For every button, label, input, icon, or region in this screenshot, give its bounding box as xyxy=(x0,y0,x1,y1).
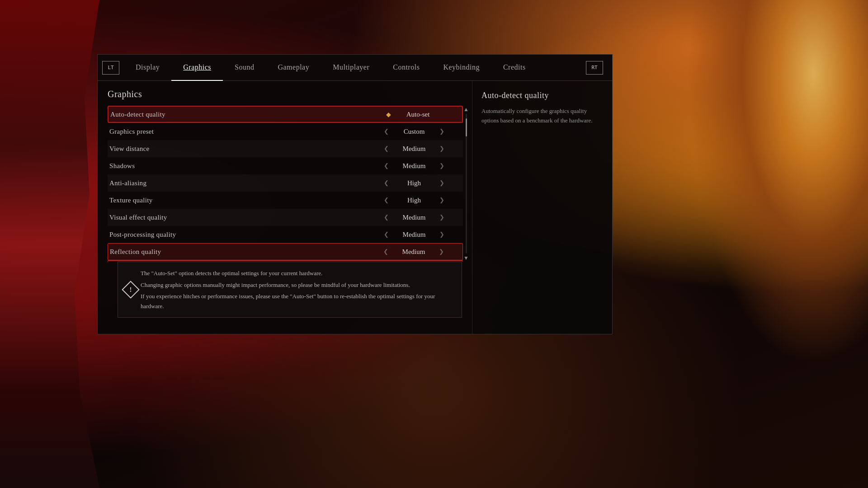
warning-box: ! The "Auto-Set" option detects the opti… xyxy=(118,262,462,318)
setting-value-area-anti-aliasing: ❮ High ❯ xyxy=(369,179,459,187)
setting-value-reflection: Medium xyxy=(391,248,436,256)
tab-multiplayer[interactable]: Multiplayer xyxy=(321,55,381,81)
description-title: Auto-detect quality xyxy=(481,91,603,100)
warning-line2: Changing graphic options manually might … xyxy=(141,280,454,290)
setting-row-view-distance[interactable]: View distance ❮ Medium ❯ xyxy=(108,140,463,157)
panel-title: Graphics xyxy=(108,89,472,99)
scroll-up-arrow[interactable]: ▲ xyxy=(463,107,469,112)
right-arrow-texture-quality[interactable]: ❯ xyxy=(439,197,444,204)
setting-value-auto-detect: Auto-set xyxy=(396,111,441,118)
tab-controls[interactable]: Controls xyxy=(381,55,431,81)
setting-value-area-auto-detect: ◆ Auto-set xyxy=(368,111,458,118)
left-arrow-texture-quality[interactable]: ❮ xyxy=(384,197,389,204)
content-area: Graphics Auto-detect quality ◆ Auto-set … xyxy=(98,81,612,334)
setting-value-area-graphics-preset: ❮ Custom ❯ xyxy=(369,128,459,136)
lt-trigger[interactable]: LT xyxy=(102,61,119,75)
tab-sound[interactable]: Sound xyxy=(223,55,266,81)
setting-name-view-distance: View distance xyxy=(109,145,369,153)
auto-set-icon: ◆ xyxy=(386,111,391,118)
setting-value-graphics-preset: Custom xyxy=(392,128,437,136)
setting-value-area-visual-effect: ❮ Medium ❯ xyxy=(369,214,459,221)
warning-line3: If you experience hitches or performance… xyxy=(141,291,454,311)
settings-list: Auto-detect quality ◆ Auto-set Graphics … xyxy=(108,106,463,262)
left-arrow-view-distance[interactable]: ❮ xyxy=(384,145,389,152)
setting-row-anti-aliasing[interactable]: Anti-aliasing ❮ High ❯ xyxy=(108,174,463,192)
setting-name-reflection: Reflection quality xyxy=(110,248,368,256)
setting-value-area-shadows: ❮ Medium ❯ xyxy=(369,162,459,170)
setting-row-graphics-preset[interactable]: Graphics preset ❮ Custom ❯ xyxy=(108,123,463,140)
nav-bar: LT Display Graphics Sound Gameplay Multi… xyxy=(98,55,612,81)
setting-value-visual-effect: Medium xyxy=(392,214,437,221)
left-arrow-post-processing[interactable]: ❮ xyxy=(384,231,389,238)
warning-line1: The "Auto-Set" option detects the optima… xyxy=(141,268,454,278)
right-arrow-post-processing[interactable]: ❯ xyxy=(439,231,444,238)
setting-row-reflection[interactable]: Reflection quality ❮ Medium ❯ xyxy=(108,243,463,260)
setting-row-post-processing[interactable]: Post-processing quality ❮ Medium ❯ xyxy=(108,226,463,243)
tab-keybinding[interactable]: Keybinding xyxy=(431,55,491,81)
setting-name-visual-effect: Visual effect quality xyxy=(109,214,369,221)
description-text: Automatically configure the graphics qua… xyxy=(481,107,603,126)
right-arrow-visual-effect[interactable]: ❯ xyxy=(439,214,444,221)
scrollbar[interactable]: ▲ ▼ xyxy=(463,106,469,262)
setting-value-area-reflection: ❮ Medium ❯ xyxy=(368,248,459,256)
setting-name-texture-quality: Texture quality xyxy=(109,197,369,204)
setting-value-texture-quality: High xyxy=(392,197,437,204)
bg-right-detail xyxy=(687,0,868,366)
left-arrow-reflection[interactable]: ❮ xyxy=(383,248,388,255)
setting-value-anti-aliasing: High xyxy=(392,179,437,187)
settings-panel: Graphics Auto-detect quality ◆ Auto-set … xyxy=(98,81,472,334)
tab-graphics[interactable]: Graphics xyxy=(171,55,223,81)
right-arrow-reflection[interactable]: ❯ xyxy=(439,248,444,255)
setting-value-area-texture-quality: ❮ High ❯ xyxy=(369,197,459,204)
settings-list-wrapper: Auto-detect quality ◆ Auto-set Graphics … xyxy=(108,106,472,262)
left-arrow-shadows[interactable]: ❮ xyxy=(384,162,389,169)
left-arrow-visual-effect[interactable]: ❮ xyxy=(384,214,389,221)
setting-row-texture-quality[interactable]: Texture quality ❮ High ❯ xyxy=(108,192,463,209)
scroll-thumb[interactable] xyxy=(466,118,467,136)
left-arrow-graphics-preset[interactable]: ❮ xyxy=(384,128,389,135)
scroll-down-arrow[interactable]: ▼ xyxy=(463,255,469,261)
setting-row-auto-detect[interactable]: Auto-detect quality ◆ Auto-set xyxy=(108,106,463,123)
warning-icon: ! xyxy=(122,281,140,299)
rt-trigger[interactable]: RT xyxy=(586,61,603,75)
right-arrow-anti-aliasing[interactable]: ❯ xyxy=(439,179,444,187)
setting-name-anti-aliasing: Anti-aliasing xyxy=(109,179,369,187)
tab-display[interactable]: Display xyxy=(124,55,171,81)
right-arrow-graphics-preset[interactable]: ❯ xyxy=(439,128,444,135)
description-panel: Auto-detect quality Automatically config… xyxy=(472,81,612,334)
right-arrow-view-distance[interactable]: ❯ xyxy=(439,145,444,152)
settings-modal: LT Display Graphics Sound Gameplay Multi… xyxy=(97,54,613,334)
setting-row-visual-effect[interactable]: Visual effect quality ❮ Medium ❯ xyxy=(108,209,463,226)
left-arrow-anti-aliasing[interactable]: ❮ xyxy=(384,179,389,187)
warning-icon-symbol: ! xyxy=(130,286,132,294)
setting-value-view-distance: Medium xyxy=(392,145,437,153)
setting-value-post-processing: Medium xyxy=(392,231,437,239)
nav-tabs: Display Graphics Sound Gameplay Multipla… xyxy=(124,55,586,81)
setting-value-area-post-processing: ❮ Medium ❯ xyxy=(369,231,459,239)
warning-text: The "Auto-Set" option detects the optima… xyxy=(141,268,454,311)
setting-row-shadows[interactable]: Shadows ❮ Medium ❯ xyxy=(108,157,463,174)
setting-name-auto-detect: Auto-detect quality xyxy=(110,111,368,118)
setting-name-shadows: Shadows xyxy=(109,162,369,170)
setting-name-post-processing: Post-processing quality xyxy=(109,231,369,239)
tab-gameplay[interactable]: Gameplay xyxy=(266,55,321,81)
setting-value-shadows: Medium xyxy=(392,162,437,170)
setting-value-area-view-distance: ❮ Medium ❯ xyxy=(369,145,459,153)
setting-name-graphics-preset: Graphics preset xyxy=(109,128,369,136)
right-arrow-shadows[interactable]: ❯ xyxy=(439,162,444,169)
tab-credits[interactable]: Credits xyxy=(491,55,538,81)
scroll-track xyxy=(466,114,467,253)
